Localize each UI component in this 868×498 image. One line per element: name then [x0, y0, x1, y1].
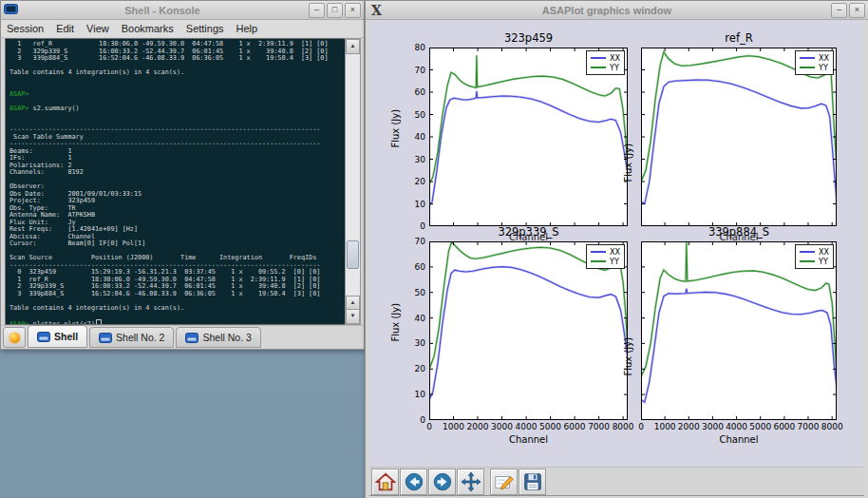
session-tab-bar: ShellShell No. 2Shell No. 3: [1, 325, 364, 349]
legend-entry: XX: [800, 247, 829, 257]
save-button[interactable]: [519, 469, 546, 495]
xtick-label: 2000: [678, 422, 700, 431]
legend-label: XX: [819, 54, 829, 63]
save-icon: [522, 471, 543, 492]
maximize-button[interactable]: □: [327, 3, 343, 18]
xtick-label: 3000: [491, 422, 513, 431]
x11-icon: X: [368, 3, 385, 18]
ytick-label: 50: [415, 288, 425, 297]
terminal-line: Cursor: Beam[0] IF[0] Pol[1]: [9, 240, 346, 248]
minimize-button[interactable]: –: [309, 3, 325, 18]
konsole-titlebar[interactable]: Shell - Konsole – □ ×: [1, 1, 364, 20]
xaxis-label: Channel: [429, 434, 628, 445]
legend-label: XX: [610, 54, 620, 63]
ytick-label: 20: [415, 364, 425, 374]
pan-icon: [461, 471, 481, 492]
ytick-label: 10: [415, 200, 425, 209]
legend-entry: XX: [800, 53, 829, 63]
back-button[interactable]: [400, 469, 427, 495]
scrollbar-thumb[interactable]: [347, 240, 359, 269]
terminal-line: Table contains 4 integration(s) in 4 sca…: [9, 305, 346, 313]
terminal-line: ASAP>: [9, 91, 346, 99]
ytick-label: 0: [420, 415, 425, 425]
terminal-icon: [99, 333, 112, 343]
yaxis-label-overlapped: Flux (Jy): [623, 160, 633, 182]
legend-label: YY: [610, 64, 619, 72]
matplotlib-toolbar: [369, 467, 864, 496]
konsole-terminal-icon: [4, 4, 18, 16]
xtick-label: 6000: [564, 422, 586, 431]
menu-edit[interactable]: Edit: [56, 23, 74, 34]
legend-line-swatch: [591, 57, 606, 59]
scroll-down-button[interactable]: ▼: [346, 309, 360, 324]
xtick-label: 0: [426, 422, 432, 431]
pan-button[interactable]: [457, 469, 484, 495]
asaplot-window: X ASAPlot graphics window – × Channel323…: [365, 0, 868, 498]
menu-bookmarks[interactable]: Bookmarks: [122, 23, 174, 34]
legend-label: XX: [610, 248, 620, 257]
subplot-323p459[interactable]: Channel323p45901020304050607080Flux (Jy)…: [429, 48, 628, 226]
subplot-339p884_S[interactable]: 339p884_SFlux (Jy)0100020003000400050006…: [641, 241, 837, 420]
xaxis-label: Channel: [641, 434, 837, 445]
ytick-label: 60: [415, 87, 425, 97]
minimize-button[interactable]: –: [831, 3, 847, 18]
close-button[interactable]: ×: [345, 3, 361, 18]
legend-line-swatch: [800, 57, 815, 59]
xtick-label: 1000: [443, 422, 464, 431]
menu-settings[interactable]: Settings: [186, 23, 224, 34]
configure-subplots-button[interactable]: [490, 469, 518, 495]
terminal-output[interactable]: 1 ref_R 18:30:06.0 -49.59.30.0 04:47:58 …: [5, 38, 346, 325]
xtick-label: 7000: [588, 422, 610, 431]
konsole-window: Shell - Konsole – □ × SessionEditViewBoo…: [0, 0, 365, 350]
tab-label: Shell No. 2: [116, 332, 164, 343]
desktop: Shell - Konsole – □ × SessionEditViewBoo…: [0, 0, 868, 498]
tab-label: Shell: [54, 331, 78, 342]
menu-help[interactable]: Help: [236, 23, 258, 34]
ytick-label: 30: [415, 155, 425, 164]
ytick-label: 70: [415, 237, 425, 246]
plot-title: 339p884_S: [641, 225, 837, 239]
plot-legend: XXYY: [795, 244, 834, 269]
session-tab-shell-no-3[interactable]: Shell No. 3: [176, 327, 260, 348]
subplot-329p339_S[interactable]: 329p339_S010203040506070Flux (Jy)0100020…: [429, 241, 628, 420]
plot-legend: XXYY: [586, 244, 625, 269]
plot-legend: XXYY: [795, 50, 834, 75]
terminal-line: ASAP> s2.summary(): [9, 105, 346, 113]
yaxis-label: Flux (Jy): [390, 125, 401, 148]
back-icon: [404, 471, 425, 492]
legend-entry: YY: [800, 63, 829, 72]
subplot-ref_R[interactable]: Channelref_RFlux (Jy)XXYY: [641, 48, 837, 226]
ytick-label: 10: [415, 390, 425, 399]
legend-line-swatch: [800, 67, 815, 68]
xtick-label: 8000: [613, 422, 634, 431]
xtick-label: 5000: [539, 422, 561, 431]
xtick-label: 3000: [702, 422, 724, 431]
close-button[interactable]: ×: [849, 3, 865, 18]
forward-button[interactable]: [428, 469, 456, 495]
asaplot-titlebar[interactable]: X ASAPlot graphics window – ×: [366, 1, 868, 20]
ytick-label: 20: [415, 177, 425, 186]
menu-session[interactable]: Session: [7, 23, 44, 34]
terminal-scrollbar[interactable]: ▲ ▲ ▼: [345, 38, 361, 325]
lamp-icon: [9, 333, 20, 343]
session-tab-shell-no-2[interactable]: Shell No. 2: [89, 327, 174, 348]
tab-label: Shell No. 3: [202, 332, 251, 343]
terminal-line: [9, 84, 346, 91]
window-title: Shell - Konsole: [18, 5, 307, 16]
scroll-up-button[interactable]: ▲: [346, 39, 360, 54]
ytick-label: 80: [415, 43, 425, 52]
menu-bar: SessionEditViewBookmarksSettingsHelp: [1, 20, 364, 38]
session-tab-shell[interactable]: Shell: [28, 325, 87, 348]
xtick-label: 8000: [821, 422, 843, 431]
home-button[interactable]: [371, 469, 399, 495]
ytick-label: 40: [415, 314, 425, 323]
terminal-line: 3 339p884_S 16:52:04.6 -46.08.33.9 06:36…: [9, 291, 346, 298]
menu-view[interactable]: View: [86, 23, 109, 34]
new-session-button[interactable]: [3, 327, 26, 348]
terminal-line: 3 339p884_S 16:52:04.6 -46.08.33.9 06:36…: [9, 55, 346, 63]
xtick-label: 6000: [773, 422, 795, 431]
configure-subplots-icon: [494, 471, 515, 492]
terminal-line: [9, 177, 346, 184]
xtick-label: 0: [638, 422, 644, 431]
legend-line-swatch: [800, 260, 815, 262]
